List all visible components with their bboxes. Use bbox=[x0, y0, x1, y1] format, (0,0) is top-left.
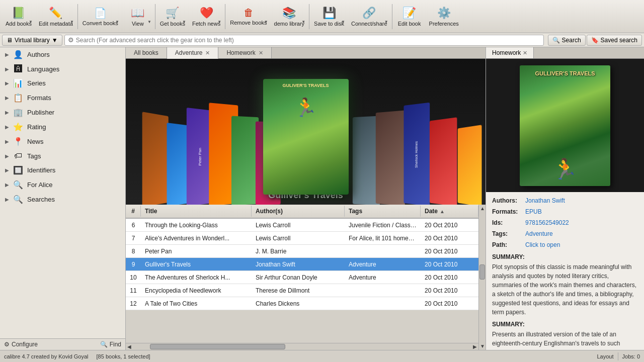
tags-value[interactable]: Adventure bbox=[525, 229, 638, 238]
view-button[interactable]: 📖 View ▼ bbox=[122, 2, 154, 32]
connect-share-arrow: ▼ bbox=[384, 20, 388, 24]
table-row[interactable]: 7 Alice's Adventures in Wonderl... Lewis… bbox=[126, 232, 478, 245]
separator-2 bbox=[155, 4, 155, 29]
date-header-label: Date bbox=[425, 208, 438, 215]
table-row[interactable]: 9 Gulliver's Travels Jonathan Swift Adve… bbox=[126, 258, 478, 271]
tab-adventure[interactable]: Adventure ✕ bbox=[167, 47, 219, 59]
search-gear-icon[interactable]: ⚙ bbox=[68, 36, 74, 44]
virtual-library-button[interactable]: 🖥 Virtual library ▼ bbox=[2, 35, 62, 46]
convert-books-button[interactable]: 📄 Convert books ▼ bbox=[79, 2, 122, 32]
hscroll-thumb[interactable] bbox=[150, 344, 285, 349]
tags-header-label: Tags bbox=[349, 208, 362, 215]
rating-icon: ⭐ bbox=[13, 122, 23, 132]
layout-button[interactable]: Layout bbox=[597, 353, 614, 359]
find-icon: 🔍 bbox=[100, 341, 108, 348]
for-alice-expand-icon: ▶ bbox=[5, 182, 9, 188]
preferences-button[interactable]: ⚙️ Preferences bbox=[426, 2, 462, 32]
row-title: A Tale of Two Cities bbox=[141, 299, 252, 309]
vscroll-up-button[interactable]: ▲ bbox=[479, 205, 486, 212]
tags-expand-icon: ▶ bbox=[5, 153, 9, 159]
get-books-button[interactable]: 🛒 Get books ▼ bbox=[156, 2, 189, 32]
table-row[interactable]: 11 Encyclopedia of Needlework Therese de… bbox=[126, 284, 478, 297]
cover-title-text: GULLIVER'S TRAVELS bbox=[522, 70, 608, 76]
col-header-date[interactable]: Date ▲ bbox=[421, 206, 478, 217]
series-expand-icon: ▶ bbox=[5, 80, 9, 86]
row-num: 12 bbox=[126, 299, 141, 309]
remove-books-button[interactable]: 🗑 Remove books ▼ bbox=[226, 2, 270, 32]
save-to-disk-button[interactable]: 💾 Save to disk ▼ bbox=[310, 2, 348, 32]
hscroll-right-button[interactable]: ▶ bbox=[471, 344, 478, 349]
row-tags bbox=[345, 302, 421, 305]
remove-books-label: Remove books bbox=[230, 20, 267, 26]
sidebar-item-for-alice[interactable]: ▶ 🔍 For Alice bbox=[0, 177, 125, 192]
row-author: Lewis Carroll bbox=[252, 220, 345, 230]
sidebar-item-series[interactable]: ▶ 📊 Series bbox=[0, 76, 125, 90]
search-input[interactable] bbox=[76, 37, 540, 44]
sidebar-item-searches[interactable]: ▶ 🔍 Searches bbox=[0, 192, 125, 207]
col-header-tags[interactable]: Tags bbox=[345, 206, 421, 217]
col-header-author[interactable]: Author(s) bbox=[252, 206, 345, 217]
row-title: Peter Pan bbox=[141, 246, 252, 256]
summary-section: SUMMARY: Plot synopsis of this classic i… bbox=[492, 252, 638, 348]
sidebar-searches-label: Searches bbox=[27, 196, 120, 203]
sidebar-item-authors[interactable]: ▶ 👤 Authors bbox=[0, 47, 125, 62]
sidebar-item-languages[interactable]: ▶ 🅰 Languages bbox=[0, 62, 125, 76]
configure-button[interactable]: ⚙ Configure bbox=[4, 341, 38, 348]
col-header-num: # bbox=[126, 206, 141, 217]
vscroll-down-button[interactable]: ▼ bbox=[479, 342, 486, 350]
find-button[interactable]: 🔍 Find bbox=[100, 341, 121, 348]
search-button[interactable]: 🔍 Search bbox=[548, 35, 586, 46]
demo-library-button[interactable]: 📚 demo library ▼ bbox=[271, 2, 308, 32]
edit-book-button[interactable]: 📝 Edit book bbox=[393, 2, 426, 32]
title-header-label: Title bbox=[145, 208, 157, 215]
for-alice-icon: 🔍 bbox=[13, 180, 23, 190]
col-header-title[interactable]: Title bbox=[141, 206, 252, 217]
tab-adventure-close-button[interactable]: ✕ bbox=[205, 50, 210, 56]
vscroll-thumb[interactable] bbox=[479, 264, 485, 280]
row-tags: Adventure bbox=[345, 273, 421, 283]
sidebar-item-tags[interactable]: ▶ 🏷 Tags bbox=[0, 149, 125, 163]
ids-label: Ids: bbox=[492, 218, 522, 227]
row-num: 7 bbox=[126, 233, 141, 243]
saved-search-button[interactable]: 🔖 Saved search bbox=[587, 35, 642, 46]
add-books-button[interactable]: 📗 Add books ▼ bbox=[2, 2, 35, 32]
sidebar-item-identifiers[interactable]: ▶ 🔲 Identifiers bbox=[0, 163, 125, 177]
tab-homework[interactable]: Homework ✕ bbox=[218, 47, 271, 58]
path-value[interactable]: Click to open bbox=[525, 240, 638, 249]
virtual-library-label: Virtual library bbox=[15, 37, 50, 44]
tab-all-books[interactable]: All books bbox=[126, 47, 167, 58]
right-tab-homework[interactable]: Homework ✕ bbox=[486, 47, 534, 58]
sidebar-item-formats[interactable]: ▶ 📋 Formats bbox=[0, 90, 125, 105]
formats-expand-icon: ▶ bbox=[5, 95, 9, 101]
right-tab-close-button[interactable]: ✕ bbox=[523, 50, 527, 56]
sidebar-item-rating[interactable]: ▶ ⭐ Rating bbox=[0, 120, 125, 134]
sidebar-tags-label: Tags bbox=[27, 152, 120, 160]
publisher-icon: 🏢 bbox=[13, 108, 23, 117]
table-row[interactable]: 12 A Tale of Two Cities Charles Dickens … bbox=[126, 297, 478, 310]
sidebar-item-publisher[interactable]: ▶ 🏢 Publisher bbox=[0, 105, 125, 120]
configure-icon: ⚙ bbox=[4, 341, 10, 348]
authors-value[interactable]: Jonathan Swift bbox=[525, 196, 638, 205]
main-area: ▶ 👤 Authors ▶ 🅰 Languages ▶ 📊 Series ▶ 📋… bbox=[0, 47, 644, 350]
right-tab-bar: Homework ✕ bbox=[486, 47, 644, 59]
sidebar-publisher-label: Publisher bbox=[27, 109, 120, 116]
add-books-icon: 📗 bbox=[12, 7, 25, 20]
search-input-wrap: ⚙ bbox=[64, 35, 544, 46]
table-row[interactable]: 10 The Adventures of Sherlock H... Sir A… bbox=[126, 271, 478, 284]
horizontal-scrollbar[interactable]: ◀ ▶ bbox=[126, 343, 478, 350]
table-row[interactable]: 8 Peter Pan J. M. Barrie 20 Oct 2010 bbox=[126, 245, 478, 258]
right-panel-cover: GULLIVER'S TRAVELS 🏃 bbox=[486, 59, 644, 192]
hscroll-left-button[interactable]: ◀ bbox=[126, 344, 133, 349]
hscroll-track[interactable] bbox=[133, 343, 471, 350]
vscroll-track[interactable] bbox=[479, 212, 486, 342]
sidebar-item-news[interactable]: ▶ 📍 News bbox=[0, 134, 125, 149]
edit-metadata-button[interactable]: ✏️ Edit metadata ▼ bbox=[35, 2, 76, 32]
summary-label-2: SUMMARY: bbox=[492, 320, 638, 329]
table-row[interactable]: 6 Through the Looking-Glass Lewis Carrol… bbox=[126, 219, 478, 232]
tab-homework-close-button[interactable]: ✕ bbox=[259, 50, 263, 56]
formats-value[interactable]: EPUB bbox=[525, 207, 638, 216]
vertical-scrollbar[interactable]: ▲ ▼ bbox=[478, 205, 486, 350]
connect-share-button[interactable]: 🔗 Connect/share ▼ bbox=[348, 2, 391, 32]
fetch-news-button[interactable]: ❤️ Fetch news ▼ bbox=[189, 2, 224, 32]
connect-share-label: Connect/share bbox=[351, 21, 387, 27]
